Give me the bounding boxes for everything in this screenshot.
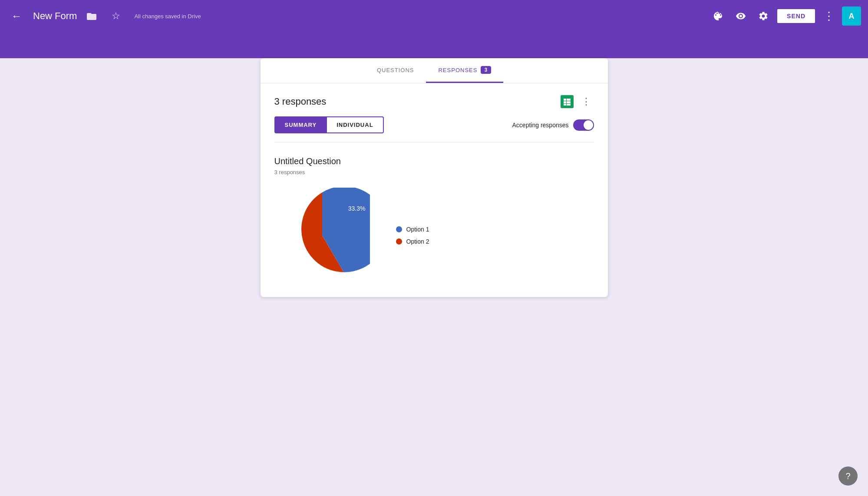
settings-icon <box>758 11 769 21</box>
responses-more-button[interactable]: ⋮ <box>578 94 594 109</box>
form-card: QUESTIONS RESPONSES 3 3 responses <box>261 58 608 297</box>
sheets-icon <box>561 95 574 108</box>
pie-svg <box>274 188 370 283</box>
legend-item-option2: Option 2 <box>396 238 429 245</box>
avatar: A <box>842 7 861 26</box>
svg-rect-2 <box>567 99 571 101</box>
accepting-switch[interactable] <box>573 119 594 131</box>
responses-badge: 3 <box>481 66 491 74</box>
svg-rect-6 <box>567 104 571 106</box>
svg-rect-4 <box>567 101 571 103</box>
question-title: Untitled Question <box>274 156 594 166</box>
legend-label-option1: Option 1 <box>406 226 429 233</box>
summary-button[interactable]: SUMMARY <box>274 116 327 133</box>
folder-button[interactable] <box>82 7 101 26</box>
responses-count: 3 responses <box>274 96 327 107</box>
more-options-button[interactable]: ⋮ <box>819 7 838 26</box>
eye-icon <box>736 11 746 21</box>
palette-button[interactable] <box>709 7 728 26</box>
legend-dot-option2 <box>396 238 402 245</box>
view-toggle: SUMMARY INDIVIDUAL Accepting responses <box>261 116 608 142</box>
svg-rect-5 <box>564 104 566 106</box>
send-button[interactable]: SEND <box>776 8 816 24</box>
palette-icon <box>713 11 723 21</box>
main-content: QUESTIONS RESPONSES 3 3 responses <box>0 58 868 496</box>
tab-questions[interactable]: QUESTIONS <box>365 58 426 83</box>
accepting-label: Accepting responses <box>512 122 569 129</box>
tab-responses-label: RESPONSES <box>438 67 477 73</box>
tab-questions-label: QUESTIONS <box>377 67 414 73</box>
legend: Option 1 Option 2 <box>396 226 429 245</box>
tab-responses[interactable]: RESPONSES 3 <box>426 58 503 83</box>
topbar: ← New Form ☆ All changes saved in Drive … <box>0 0 868 32</box>
legend-item-option1: Option 1 <box>396 226 429 233</box>
legend-dot-option1 <box>396 226 402 232</box>
save-status: All changes saved in Drive <box>134 13 201 20</box>
responses-actions: ⋮ <box>559 94 594 109</box>
pie-chart: 66.7% 33.3% <box>274 188 370 283</box>
help-button[interactable]: ? <box>838 466 858 486</box>
responses-header: 3 responses ⋮ <box>261 83 608 116</box>
star-button[interactable]: ☆ <box>106 7 125 26</box>
topbar-left: ← New Form ☆ All changes saved in Drive <box>7 7 703 26</box>
back-button[interactable]: ← <box>7 7 26 26</box>
svg-rect-1 <box>564 99 566 101</box>
question-response-count: 3 responses <box>274 169 594 175</box>
topbar-right: SEND ⋮ A <box>709 7 861 26</box>
form-title: New Form <box>33 10 77 22</box>
tabs: QUESTIONS RESPONSES 3 <box>261 58 608 83</box>
question-section: Untitled Question 3 responses 66.7% 3 <box>261 142 608 297</box>
preview-button[interactable] <box>731 7 750 26</box>
accepting-toggle: Accepting responses <box>512 119 594 131</box>
svg-rect-3 <box>564 101 566 103</box>
sheets-button[interactable] <box>559 94 575 109</box>
legend-label-option2: Option 2 <box>406 238 429 245</box>
folder-icon <box>87 12 96 20</box>
chart-area: 66.7% 33.3% Option 1 Option 2 <box>274 188 594 283</box>
settings-button[interactable] <box>754 7 773 26</box>
toggle-buttons: SUMMARY INDIVIDUAL <box>274 116 384 133</box>
header-area <box>0 32 868 58</box>
individual-button[interactable]: INDIVIDUAL <box>326 116 383 133</box>
